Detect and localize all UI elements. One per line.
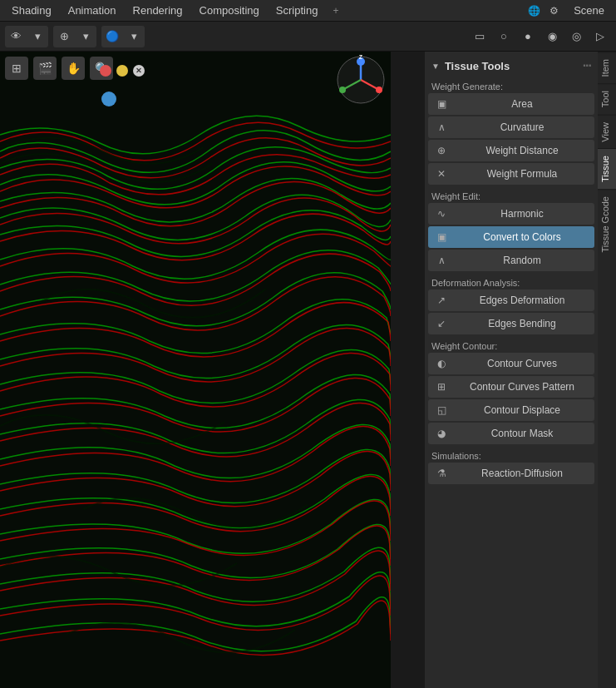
harmonic-icon: ∿	[433, 205, 450, 222]
reaction-diffusion-button[interactable]: ⚗ Reaction-Diffusion	[428, 463, 594, 484]
tissue-tools-panel: ▼ Tissue Tools ··· Weight Generate: ▣ Ar…	[425, 52, 598, 688]
svg-rect-1	[0, 52, 391, 688]
deformation-analysis-label: Deformation Analysis:	[428, 273, 594, 290]
menu-shading[interactable]: Shading	[3, 0, 60, 21]
settings-icon[interactable]: ⚙	[545, 2, 562, 19]
weight-generate-label: Weight Generate:	[428, 77, 594, 93]
axis-gizmo: Z	[336, 55, 386, 105]
white-dot: ✕	[133, 65, 145, 77]
viewport-mode-dropdown[interactable]: ▾	[27, 26, 48, 47]
simulations-label: Simulations:	[428, 446, 594, 463]
viewport-mode-icon[interactable]: 👁	[5, 26, 27, 47]
curvature-button[interactable]: ∧ Curvature	[428, 116, 594, 138]
scene-label: Scene	[565, 4, 613, 17]
panel-title: Tissue Tools	[445, 60, 510, 72]
area-icon: ▣	[433, 96, 450, 112]
area-button[interactable]: ▣ Area	[428, 93, 594, 115]
red-dot	[100, 65, 111, 77]
snap-icon[interactable]: 🔵	[101, 26, 123, 47]
contour-curves-pattern-button[interactable]: ⊞ Contour Curves Pattern	[428, 376, 594, 398]
side-tab-bar: Item Tool View Tissue Tissue Gcode	[598, 52, 616, 688]
convert-to-colors-button[interactable]: ▣ Convert to Colors	[428, 226, 594, 248]
panel-collapse-icon[interactable]: ▼	[431, 62, 440, 71]
contour-mask-button[interactable]: ◕ Contour Mask	[428, 423, 594, 444]
side-tab-tissue[interactable]: Tissue	[598, 148, 616, 189]
edges-deformation-icon: ↗	[433, 292, 450, 309]
material-icon[interactable]: ●	[517, 26, 539, 47]
weight-distance-label: Weight Distance	[455, 145, 589, 156]
weight-edit-label: Weight Edit:	[428, 186, 594, 203]
snap-dropdown[interactable]: ▾	[123, 26, 145, 47]
panel-header: ▼ Tissue Tools ···	[428, 55, 594, 77]
edges-deformation-button[interactable]: ↗ Edges Deformation	[428, 290, 594, 311]
contour-mask-label: Contour Mask	[455, 428, 589, 439]
yellow-dot	[116, 65, 128, 77]
side-tab-tool[interactable]: Tool	[598, 83, 616, 114]
contour-curves-button[interactable]: ◐ Contour Curves	[428, 353, 594, 374]
viewport-overlay-buttons: ⊞ 🎬 ✋ 🔍	[5, 57, 113, 80]
snap-icon-group: 🔵 ▾	[101, 26, 145, 47]
contour-curves-pattern-label: Contour Curves Pattern	[455, 381, 589, 393]
transform-icon-group: ⊕ ▾	[53, 26, 96, 47]
reaction-diffusion-icon: ⚗	[433, 465, 450, 482]
random-icon: ∧	[433, 252, 450, 269]
contour-curves-icon: ◐	[433, 355, 450, 372]
area-label: Area	[455, 98, 589, 110]
weight-contour-label: Weight Contour:	[428, 336, 594, 353]
contour-curves-label: Contour Curves	[455, 358, 589, 369]
edges-bending-button[interactable]: ↙ Edges Bending	[428, 313, 594, 334]
header-toolbar: 👁 ▾ ⊕ ▾ 🔵 ▾ ▭ ○ ● ◉ ◎ ▷	[0, 22, 616, 52]
online-status-icon: 🌐	[525, 2, 542, 19]
contour-displace-label: Contour Displace	[455, 404, 589, 416]
world-icon[interactable]: ○	[493, 26, 515, 47]
weight-formula-button[interactable]: ✕ Weight Formula	[428, 163, 594, 185]
side-tab-view[interactable]: View	[598, 115, 616, 149]
viewport-icon-group: 👁 ▾	[5, 26, 48, 47]
convert-colors-icon: ▣	[433, 229, 450, 245]
convert-colors-label: Convert to Colors	[455, 231, 589, 243]
menu-compositing[interactable]: Compositing	[191, 0, 268, 21]
menu-scripting[interactable]: Scripting	[268, 0, 327, 21]
reaction-diffusion-label: Reaction-Diffusion	[455, 468, 589, 479]
random-label: Random	[455, 255, 589, 266]
hand-icon[interactable]: ✋	[62, 57, 85, 80]
menu-rendering[interactable]: Rendering	[125, 0, 191, 21]
edges-bending-label: Edges Bending	[455, 318, 589, 329]
harmonic-button[interactable]: ∿ Harmonic	[428, 203, 594, 225]
top-menu-bar: Shading Animation Rendering Compositing …	[0, 0, 616, 22]
side-tab-tissue-gcode[interactable]: Tissue Gcode	[598, 189, 616, 259]
color-dots-group: ✕	[100, 65, 145, 77]
viewport-canvas	[0, 52, 391, 688]
overlay-icon[interactable]: ◉	[541, 26, 563, 47]
transform-icon[interactable]: ⊕	[53, 26, 75, 47]
weight-formula-icon: ✕	[433, 166, 450, 182]
curvature-icon: ∧	[433, 119, 450, 136]
panel-options-icon[interactable]: ···	[583, 58, 591, 73]
svg-point-7	[376, 87, 382, 93]
random-button[interactable]: ∧ Random	[428, 250, 594, 271]
render-properties-icon[interactable]: ▭	[469, 26, 490, 47]
harmonic-label: Harmonic	[455, 208, 589, 220]
edges-deformation-label: Edges Deformation	[455, 295, 589, 306]
shading-icon[interactable]: ▷	[589, 26, 611, 47]
viewport[interactable]: ⊞ 🎬 ✋ 🔍 ✕ Z	[0, 52, 391, 688]
header-right-icons: ▭ ○ ● ◉ ◎ ▷	[469, 26, 611, 47]
contour-displace-button[interactable]: ◱ Contour Displace	[428, 399, 594, 421]
transform-dropdown[interactable]: ▾	[75, 26, 96, 47]
weight-formula-label: Weight Formula	[455, 168, 589, 180]
weight-distance-button[interactable]: ⊕ Weight Distance	[428, 140, 594, 161]
svg-point-9	[339, 87, 346, 93]
weight-distance-icon: ⊕	[433, 142, 450, 159]
contour-displace-icon: ◱	[433, 402, 450, 418]
add-workspace-button[interactable]: +	[326, 5, 345, 17]
edges-bending-icon: ↙	[433, 315, 450, 332]
svg-text:Z: Z	[359, 55, 363, 60]
contour-curves-pattern-icon: ⊞	[433, 379, 450, 395]
grid-icon[interactable]: ⊞	[5, 57, 28, 80]
curvature-label: Curvature	[455, 121, 589, 133]
xray-icon[interactable]: ◎	[565, 26, 587, 47]
blue-dot	[101, 92, 116, 106]
camera-icon[interactable]: 🎬	[33, 57, 57, 80]
menu-animation[interactable]: Animation	[60, 0, 125, 21]
side-tab-item[interactable]: Item	[598, 52, 616, 83]
